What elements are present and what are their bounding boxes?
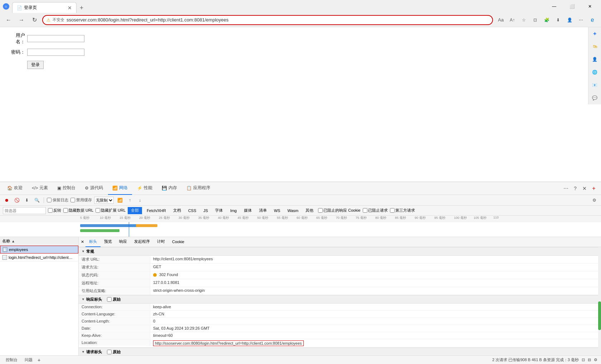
downloads-icon[interactable]: ⬇: [553, 15, 563, 25]
filter-css-button[interactable]: CSS: [186, 207, 199, 214]
hide-ext-url-checkbox[interactable]: 隐藏扩展 URL: [96, 208, 126, 213]
devtools-more-button[interactable]: ⋯: [562, 184, 570, 193]
login-button[interactable]: 登录: [27, 61, 44, 69]
filter-toggle-button[interactable]: ⬇: [23, 196, 31, 204]
invert-checkbox[interactable]: 反转: [48, 208, 61, 213]
filter-js-button[interactable]: JS: [201, 207, 211, 214]
filter-font-button[interactable]: 字体: [212, 207, 225, 214]
download-icon[interactable]: ↓: [136, 196, 144, 204]
filter-other-button[interactable]: 其他: [303, 207, 316, 214]
filter-fetch-button[interactable]: Fetch/XHR: [144, 207, 168, 214]
devtools-settings-icon[interactable]: ⚙: [594, 358, 597, 362]
bookmark-icon[interactable]: ☆: [519, 15, 529, 25]
search-network-button[interactable]: 🔍: [33, 196, 41, 204]
filter-ws-button[interactable]: WS: [272, 207, 283, 214]
hide-data-url-checkbox[interactable]: 隐藏数据 URL: [63, 208, 93, 213]
disable-cache-input[interactable]: [70, 198, 75, 202]
clear-button[interactable]: 🚫: [13, 196, 21, 204]
new-tab-button[interactable]: +: [77, 3, 87, 13]
back-button[interactable]: ←: [4, 15, 14, 25]
more-menu-button[interactable]: ⋯: [576, 15, 586, 25]
tab-memory[interactable]: 💾 内存: [157, 182, 181, 195]
invert-input[interactable]: [48, 208, 53, 213]
tab-application[interactable]: 📋 应用程序: [182, 182, 215, 195]
sidebar-copilot-icon[interactable]: ✦: [588, 27, 601, 40]
general-section-header[interactable]: ▼ 常规: [79, 247, 601, 256]
zoom-icon[interactable]: A↑: [507, 15, 517, 25]
devtools-dock-button[interactable]: +: [590, 184, 598, 193]
extensions-icon[interactable]: 🧩: [542, 15, 552, 25]
request-headers-section-header[interactable]: ▼ 请求标头 原始: [79, 348, 601, 355]
resp-raw-checkbox[interactable]: 原始: [107, 297, 121, 302]
req-raw-checkbox[interactable]: 原始: [107, 349, 121, 355]
tab-elements[interactable]: </> 元素: [28, 182, 52, 195]
sidebar-teams-icon[interactable]: 💬: [588, 92, 601, 104]
tab-sources[interactable]: ⚙ 源代码: [80, 182, 107, 195]
split-icon[interactable]: ⊡: [530, 15, 540, 25]
preserve-log-checkbox[interactable]: 保留日志: [47, 197, 68, 203]
sidebar-profile-icon[interactable]: 👤: [588, 53, 601, 66]
hide-data-url-input[interactable]: [63, 208, 68, 213]
preserve-log-input[interactable]: [47, 198, 52, 202]
username-input[interactable]: [27, 35, 84, 42]
tab-console[interactable]: ▣ 控制台: [53, 182, 80, 195]
blocked-req-input[interactable]: [363, 208, 367, 213]
name-column-header[interactable]: 名称 ▲: [0, 237, 78, 246]
blocked-cookie-input[interactable]: [318, 208, 323, 213]
hide-ext-url-input[interactable]: [96, 208, 100, 213]
tab-network[interactable]: 📶 网络: [108, 182, 132, 195]
console-tab[interactable]: 控制台: [4, 357, 20, 363]
record-button[interactable]: ⏺: [3, 196, 11, 204]
detail-tab-cookie[interactable]: Cookie: [168, 237, 188, 247]
edge-icon[interactable]: e: [587, 15, 597, 25]
blocked-req-checkbox[interactable]: 已阻止请求: [363, 208, 388, 213]
add-panel-button[interactable]: +: [38, 357, 40, 363]
throttle-select[interactable]: 无限制: [94, 197, 114, 204]
sidebar-globe-icon[interactable]: 🌐: [588, 66, 601, 79]
devtools-help-button[interactable]: ?: [571, 184, 580, 193]
password-input[interactable]: [27, 49, 84, 56]
filter-img-button[interactable]: Img: [228, 207, 239, 214]
req-raw-input[interactable]: [107, 350, 112, 354]
devtools-close-button[interactable]: ✕: [580, 184, 589, 193]
detail-tab-initiator[interactable]: 发起程序: [131, 237, 153, 247]
close-detail-button[interactable]: ✕: [81, 240, 84, 244]
disable-cache-checkbox[interactable]: 禁用缓存: [70, 197, 92, 203]
response-headers-section-header[interactable]: ▼ 响应标头 原始: [79, 295, 601, 304]
sidebar-shopping-icon[interactable]: 🛍: [588, 40, 601, 53]
panel-bottom-icon[interactable]: ⊟: [588, 358, 591, 362]
panel-left-icon[interactable]: ⊡: [582, 358, 585, 362]
resp-raw-input[interactable]: [107, 297, 112, 302]
forward-button[interactable]: →: [16, 15, 26, 25]
request-item-employees[interactable]: 📄 employees: [0, 246, 78, 254]
blocked-cookie-checkbox[interactable]: 已阻止的响应 Cookie: [318, 208, 360, 213]
detail-tab-response[interactable]: 响应: [116, 237, 131, 247]
close-button[interactable]: ✕: [582, 1, 598, 12]
maximize-button[interactable]: ⬜: [564, 1, 580, 12]
third-party-input[interactable]: [390, 208, 395, 213]
detail-scrollbar[interactable]: [598, 247, 601, 355]
filter-manifest-button[interactable]: 清单: [256, 207, 269, 214]
issues-tab[interactable]: 问题: [23, 357, 35, 363]
filter-all-button[interactable]: 全部: [128, 207, 142, 214]
sidebar-outlook-icon[interactable]: 📧: [588, 79, 601, 92]
filter-doc-button[interactable]: 文档: [171, 207, 184, 214]
request-item-login[interactable]: 📄 login.html?redirect_url=http://client1…: [0, 254, 78, 261]
filter-media-button[interactable]: 媒体: [241, 207, 254, 214]
refresh-button[interactable]: ↻: [29, 15, 39, 25]
url-bar[interactable]: ⚠ 不安全 ssoserver.com:8080/login.html?redi…: [42, 15, 493, 25]
detail-tab-headers[interactable]: 标头: [85, 237, 101, 247]
tab-close-button[interactable]: ✕: [68, 5, 72, 11]
tab-welcome[interactable]: 🏠 欢迎: [3, 182, 27, 195]
translate-icon[interactable]: Aa: [496, 15, 506, 25]
browser-tab-active[interactable]: 📄 登录页 ✕: [12, 2, 77, 13]
detail-tab-preview[interactable]: 预览: [101, 237, 116, 247]
third-party-checkbox[interactable]: 第三方请求: [390, 208, 415, 213]
filter-input[interactable]: [3, 207, 46, 214]
settings-icon[interactable]: ⚙: [590, 196, 598, 204]
tab-performance[interactable]: ⚡ 性能: [133, 182, 157, 195]
filter-wasm-button[interactable]: Wasm: [285, 207, 301, 214]
minimize-button[interactable]: —: [546, 1, 562, 12]
detail-tab-timing[interactable]: 计时: [153, 237, 168, 247]
upload-icon[interactable]: ↑: [126, 196, 134, 204]
